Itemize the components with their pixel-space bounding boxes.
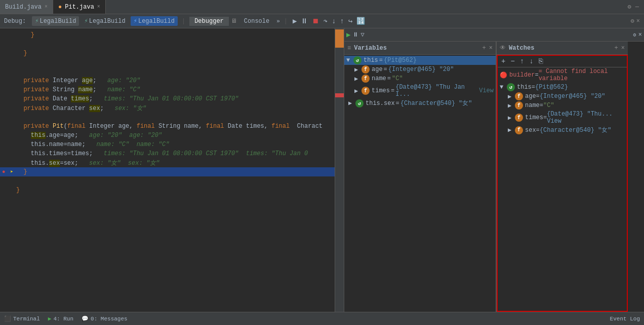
run-cursor-btn[interactable]: ↪: [347, 16, 353, 26]
watch-row-sex[interactable]: ▶ f sex = {Character@540} "女": [498, 125, 627, 135]
watch-this-icon: ↺: [507, 83, 515, 91]
variables-close[interactable]: ×: [638, 31, 642, 39]
expand-sex[interactable]: ▶: [348, 99, 355, 107]
code-line: }: [0, 30, 344, 40]
resume-program-btn[interactable]: ▶: [346, 30, 350, 39]
terminal-btn[interactable]: ⬛ Terminal: [4, 315, 40, 322]
code-line: private Pit(final Integer age, final Str…: [0, 122, 344, 131]
debug-session-3[interactable]: ⚡ LegalBuild: [131, 16, 178, 26]
editor-content[interactable]: } }: [0, 28, 344, 312]
view-times[interactable]: View: [479, 87, 494, 94]
watch-expand-sex[interactable]: ▶: [508, 126, 515, 134]
expand-name[interactable]: ▶: [354, 75, 361, 83]
variables-icon: ≡: [347, 45, 351, 52]
change-marker: [335, 29, 344, 48]
pause-btn[interactable]: ⏸: [300, 16, 309, 26]
watch-row-name[interactable]: ▶ f name = "C": [498, 101, 627, 110]
filter-btn[interactable]: ▽: [360, 31, 364, 39]
event-log-btn[interactable]: Event Log: [610, 316, 640, 322]
code-line: private Date times; times: "Thu Jan 01 0…: [0, 94, 344, 103]
editor-tabs: Build.java × ● Pit.java × ⚙ —: [0, 0, 644, 14]
editor-pane: } }: [0, 28, 344, 312]
tab-build-close[interactable]: ×: [45, 4, 48, 10]
watches-title: Watches: [509, 45, 534, 52]
code-line: private String name; name: "C": [0, 85, 344, 94]
step-into-btn[interactable]: ↓: [331, 16, 337, 26]
expand-times[interactable]: ▶: [354, 87, 361, 95]
copy-watch-btn[interactable]: ⎘: [537, 57, 544, 66]
gear-icon[interactable]: ⚙: [631, 17, 634, 25]
var-row-name[interactable]: ▶ f name = "C": [344, 74, 496, 83]
code-line: [0, 176, 344, 186]
tab-pit-close[interactable]: ×: [97, 4, 100, 10]
var-row-sex[interactable]: ▶ ↺ this.sex = {Character@540} "女": [344, 98, 496, 108]
current-line-arrow: ➤: [10, 169, 13, 175]
step-out-btn[interactable]: ↑: [339, 16, 345, 26]
editor-right-gutter: [335, 28, 344, 312]
tab-pit-label: Pit.java: [65, 4, 94, 11]
debug-label: Debug:: [4, 18, 26, 25]
watch-name-icon: f: [515, 101, 523, 110]
code-line: this.age=age; age: "20" age: "20": [0, 131, 344, 140]
watch-row-builder[interactable]: 🔴 builder = = Cannot find local variable: [498, 67, 627, 83]
resume-btn[interactable]: ▶: [292, 16, 298, 26]
variables-expand[interactable]: +: [482, 45, 486, 52]
tab-pit[interactable]: ● Pit.java ×: [53, 0, 106, 14]
this-icon: ↺: [353, 56, 361, 64]
watch-expand-times[interactable]: ▶: [508, 114, 515, 122]
watch-toolbar: + − ↑ ↓ ⎘: [498, 56, 627, 67]
console-expand[interactable]: »: [276, 18, 280, 24]
variables-panel: ≡ Variables + × ▼ ↺ this = {Pit@562}: [344, 42, 496, 312]
watches-options[interactable]: +: [615, 45, 618, 52]
sep2: |: [284, 18, 288, 25]
tab-build[interactable]: Build.java ×: [0, 0, 53, 14]
debugger-tab[interactable]: Debugger: [189, 17, 229, 26]
debug-session-2[interactable]: ⚡ LegalBuild: [81, 16, 128, 26]
var-row-times[interactable]: ▶ f times = {Date@473} "Thu Jan I... Vie…: [344, 83, 496, 98]
watch-expand-this[interactable]: ▼: [500, 84, 507, 91]
run-label: 4: Run: [53, 316, 73, 322]
code-line: [0, 67, 344, 76]
debug-session-label-2: LegalBuild: [89, 18, 126, 25]
watch-up-btn[interactable]: ↑: [518, 57, 526, 66]
watch-row-age[interactable]: ▶ f age = {Integer@465} "20": [498, 92, 627, 101]
messages-btn[interactable]: 💬 0: Messages: [82, 315, 128, 322]
expand-this[interactable]: ▼: [346, 57, 353, 64]
main-layout: } }: [0, 28, 644, 312]
code-line: private Integer age; age: "20": [0, 76, 344, 85]
watch-builder-msg: = Cannot find local variable: [539, 68, 625, 82]
tab-build-label: Build.java: [5, 4, 42, 11]
minimize-icon[interactable]: —: [635, 4, 639, 11]
expand-age[interactable]: ▶: [354, 66, 361, 74]
step-over-btn[interactable]: ↷: [322, 16, 328, 26]
watch-row-times[interactable]: ▶ f times = {Date@473} "Thu... View: [498, 110, 627, 125]
var-row-this[interactable]: ▼ ↺ this = {Pit@562}: [344, 56, 496, 65]
add-watch-btn[interactable]: +: [500, 57, 507, 66]
console-tab[interactable]: Console: [239, 17, 274, 26]
remove-watch-btn[interactable]: −: [509, 57, 516, 66]
stop-btn[interactable]: ⏹: [311, 16, 320, 26]
variables-collapse[interactable]: ×: [489, 45, 493, 52]
variables-toolbar: ▶ ⏸ ▽ ⚙ ×: [344, 28, 644, 42]
variables-options[interactable]: ⚙: [633, 32, 636, 38]
watch-down-btn[interactable]: ↓: [528, 57, 535, 66]
watches-body: + − ↑ ↓ ⎘ 🔴 builder = = Cannot find loca…: [497, 55, 628, 312]
age-icon: f: [361, 65, 370, 74]
debug-session-1[interactable]: ⚡ LegalBuild: [32, 16, 79, 26]
watch-builder-name: builder: [509, 71, 535, 79]
debug-session-icon-3: ⚡: [134, 17, 137, 25]
var-row-age[interactable]: ▶ f age = {Integer@465} "20": [344, 65, 496, 74]
evaluate-btn[interactable]: 🔢: [355, 16, 366, 26]
pause-program-btn[interactable]: ⏸: [352, 31, 358, 39]
variables-header: ≡ Variables + ×: [344, 42, 496, 55]
run-btn[interactable]: ▶ 4: Run: [48, 315, 73, 322]
settings-icon[interactable]: ⚙: [628, 3, 631, 11]
watches-icon: 👁: [500, 44, 506, 52]
watch-expand-age[interactable]: ▶: [508, 93, 515, 100]
debug-session-icon-1: ⚡: [35, 17, 38, 25]
watches-close[interactable]: ×: [621, 45, 625, 52]
close-debug-btn[interactable]: ×: [636, 18, 640, 25]
code-line: [0, 40, 344, 49]
watch-row-this[interactable]: ▼ ↺ this = {Pit@562}: [498, 83, 627, 92]
watch-expand-name[interactable]: ▶: [508, 102, 515, 110]
